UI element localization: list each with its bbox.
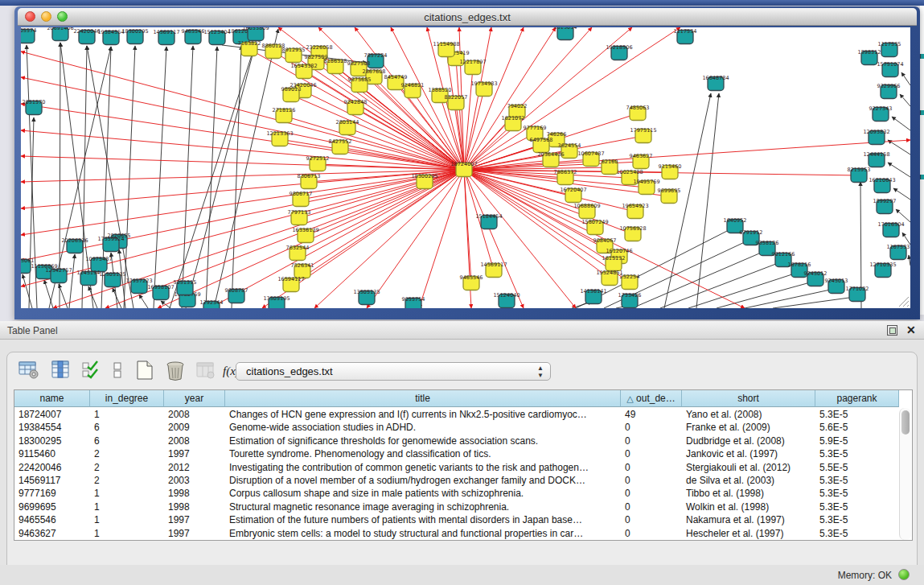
table-row[interactable]: 977716911998Corpus callosum shape and si… <box>14 487 899 500</box>
table-row[interactable]: 911546021997Tourette syndrome. Phenomeno… <box>14 447 899 460</box>
select-all-icon[interactable] <box>81 360 105 383</box>
graph-edge[interactable] <box>745 289 834 308</box>
graph-node[interactable]: 13505195 <box>263 295 290 308</box>
graph-node[interactable]: 9699695 <box>658 187 681 204</box>
graph-node[interactable]: 10688609 <box>573 203 600 219</box>
graph-node[interactable]: 7986372 <box>554 169 577 185</box>
column-header-in_degree[interactable]: in_degree <box>90 390 164 407</box>
graph-edge[interactable] <box>896 209 910 222</box>
table-row[interactable]: 1456911722003Disruption of a novel membe… <box>14 474 899 487</box>
graph-node[interactable]: 19524851 <box>596 270 622 286</box>
graph-node[interactable]: 7797133 <box>288 209 311 225</box>
graph-node[interactable]: 19734983 <box>470 80 497 97</box>
graph-edge[interactable] <box>464 140 910 170</box>
graph-node[interactable]: 15124040 <box>493 292 519 308</box>
graph-edge[interactable] <box>170 43 256 308</box>
graph-node[interactable]: 8522057 <box>445 94 468 110</box>
graph-node[interactable]: 1615132 <box>602 255 626 271</box>
graph-node[interactable]: 1599297 <box>873 198 897 214</box>
resize-grip[interactable] <box>899 297 909 307</box>
graph-node[interactable]: 1145194 <box>77 270 101 286</box>
graph-node[interactable]: 1733426 <box>618 292 642 308</box>
graph-edge[interactable] <box>21 156 464 170</box>
graph-edge[interactable] <box>660 262 780 308</box>
graph-node[interactable]: 9245013 <box>825 278 848 294</box>
graph-edge[interactable] <box>367 170 464 308</box>
graph-node[interactable]: 15184454 <box>475 213 502 229</box>
column-header-out_de[interactable]: △ out_de… <box>621 390 682 407</box>
graph-node[interactable]: 9465546 <box>460 274 483 290</box>
graph-node[interactable]: 8186328 <box>324 58 347 74</box>
graph-node[interactable]: 7485063 <box>626 105 650 121</box>
graph-edge[interactable] <box>888 163 910 177</box>
graph-edge[interactable] <box>632 251 765 308</box>
graph-edge[interactable] <box>464 170 576 308</box>
graph-edge[interactable] <box>154 47 166 308</box>
new-table-icon[interactable] <box>134 360 158 383</box>
graph-node[interactable]: 12444158 <box>863 151 889 167</box>
graph-node[interactable]: 1117534 <box>674 28 697 44</box>
table-row[interactable]: 2242004622012Investigating the contribut… <box>14 461 899 474</box>
graph-node[interactable]: 2051570 <box>23 99 46 115</box>
graph-node[interactable]: 9608787 <box>225 287 248 303</box>
graph-node[interactable]: 12093832 <box>863 129 889 145</box>
table-settings-icon[interactable] <box>18 360 43 383</box>
graph-edge[interactable] <box>301 170 464 200</box>
column-header-short[interactable]: short <box>682 390 815 407</box>
graph-node[interactable]: 13505135 <box>353 289 380 305</box>
graph-node[interactable]: 9245012 <box>804 270 827 286</box>
graph-node[interactable]: 1117535 <box>878 41 901 57</box>
graph-edge[interactable] <box>21 51 464 170</box>
graph-node[interactable]: 18300295 <box>121 28 148 44</box>
graph-node[interactable]: 9115460 <box>659 163 682 179</box>
graph-edge[interactable] <box>773 297 855 308</box>
graph-node[interactable]: 7163822 <box>238 40 261 56</box>
table-selector-dropdown[interactable]: citations_edges.txt ▲▼ <box>236 362 551 381</box>
graph-edge[interactable] <box>909 255 910 266</box>
graph-edge[interactable] <box>306 170 464 236</box>
graph-edge[interactable] <box>464 170 635 212</box>
graph-node[interactable]: 989013 <box>281 86 302 102</box>
graph-node[interactable]: 12710335 <box>869 262 896 278</box>
show-columns-icon[interactable] <box>51 360 75 383</box>
table-row[interactable]: 1830029562008Estimation of significance … <box>14 435 899 447</box>
graph-edge[interactable] <box>21 77 464 170</box>
graph-node[interactable]: 9146821 <box>401 82 425 98</box>
graph-node[interactable]: 6497568 <box>530 137 553 153</box>
graph-node[interactable]: 8912935 <box>282 47 306 63</box>
graph-node[interactable]: 15807249 <box>581 219 608 235</box>
graph-node[interactable]: 7632544 <box>286 245 310 261</box>
graph-edge[interactable] <box>900 94 910 106</box>
graph-node[interactable]: 12217897 <box>459 59 486 75</box>
graph-node[interactable]: 1292344 <box>200 299 224 308</box>
graph-node[interactable]: 10756928 <box>619 225 646 241</box>
graph-node[interactable]: 15751074 <box>877 61 903 77</box>
scrollbar-thumb[interactable] <box>901 410 910 435</box>
graph-node[interactable]: 16648784 <box>702 75 729 91</box>
graph-edge[interactable] <box>23 274 32 308</box>
graph-node[interactable]: 15123404 <box>203 29 230 45</box>
graph-node[interactable]: 22420046 <box>73 28 100 44</box>
memory-status-indicator[interactable] <box>898 569 910 580</box>
graph-node[interactable]: 20206536 <box>61 237 88 253</box>
graph-node[interactable]: 252254 <box>620 274 640 290</box>
delete-table-icon[interactable] <box>165 360 189 383</box>
graph-node[interactable]: 1621072 <box>502 115 525 131</box>
network-canvas[interactable]: 9055742069140622420046193845541830029514… <box>21 27 910 308</box>
graph-node[interactable]: 9227343 <box>869 105 893 122</box>
graph-node[interactable]: 2718126 <box>273 107 296 123</box>
graph-edge[interactable] <box>902 233 910 245</box>
graph-edge[interactable] <box>232 46 241 308</box>
table-row[interactable]: 969969511998Structural magnetic resonanc… <box>14 501 899 513</box>
graph-node[interactable]: 8427552 <box>329 138 352 154</box>
graph-node[interactable]: 14569117 <box>480 262 507 278</box>
graph-node[interactable]: 1167533 <box>887 244 910 260</box>
column-header-name[interactable]: name <box>14 390 90 407</box>
graph-node[interactable]: 16958107 <box>147 284 174 300</box>
graph-node[interactable]: 14136141 <box>580 288 606 304</box>
graph-node[interactable]: 19654923 <box>622 203 648 219</box>
graph-node[interactable]: 8215953 <box>848 167 871 183</box>
graph-edge[interactable] <box>44 280 53 308</box>
column-header-year[interactable]: year <box>164 390 225 407</box>
graph-node[interactable]: 9463627 <box>630 153 653 169</box>
